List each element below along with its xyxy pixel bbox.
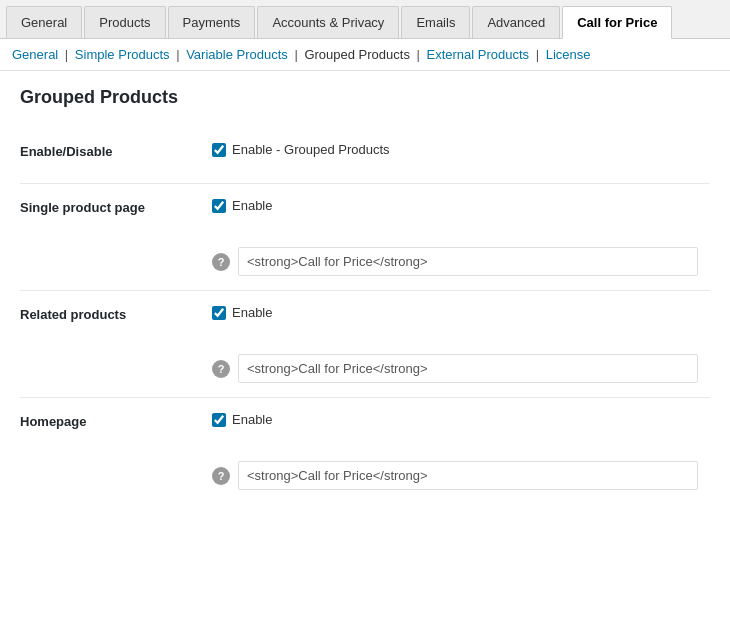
settings-row-related-products: Related productsEnable <box>20 291 710 347</box>
breadcrumb-item-simple-products[interactable]: Simple Products <box>75 47 170 62</box>
breadcrumb-item-variable-products[interactable]: Variable Products <box>186 47 288 62</box>
input-row-related-products: ? <box>20 346 710 398</box>
breadcrumb-item-external-products[interactable]: External Products <box>427 47 530 62</box>
breadcrumb-separator: | <box>413 47 424 62</box>
breadcrumb-item-license[interactable]: License <box>546 47 591 62</box>
tab-emails[interactable]: Emails <box>401 6 470 38</box>
breadcrumb: General | Simple Products | Variable Pro… <box>0 39 730 71</box>
label-single-product-page: Single product page <box>20 184 200 240</box>
breadcrumb-item-general[interactable]: General <box>12 47 58 62</box>
help-icon-single-product-page[interactable]: ? <box>212 253 230 271</box>
label-related-products: Related products <box>20 291 200 347</box>
breadcrumb-separator: | <box>61 47 72 62</box>
control-homepage: Enable <box>200 398 710 454</box>
breadcrumb-separator: | <box>532 47 543 62</box>
checkbox-related-products[interactable] <box>212 306 226 320</box>
empty-label-cell <box>20 453 200 504</box>
help-icon-related-products[interactable]: ? <box>212 360 230 378</box>
tab-accounts-privacy[interactable]: Accounts & Privacy <box>257 6 399 38</box>
label-enable-disable: Enable/Disable <box>20 128 200 184</box>
empty-label-cell <box>20 239 200 291</box>
checkbox-label-related-products: Enable <box>232 305 272 320</box>
tab-general[interactable]: General <box>6 6 82 38</box>
settings-table: Enable/DisableEnable - Grouped ProductsS… <box>20 128 710 504</box>
input-cell-single-product-page: ? <box>200 239 710 291</box>
checkbox-label-enable-disable: Enable - Grouped Products <box>232 142 390 157</box>
checkbox-single-product-page[interactable] <box>212 199 226 213</box>
breadcrumb-separator: | <box>173 47 184 62</box>
empty-label-cell <box>20 346 200 398</box>
checkbox-row-enable-disable: Enable - Grouped Products <box>212 142 698 157</box>
settings-row-single-product-page: Single product pageEnable <box>20 184 710 240</box>
checkbox-row-single-product-page: Enable <box>212 198 698 213</box>
checkbox-label-single-product-page: Enable <box>232 198 272 213</box>
input-cell-homepage: ? <box>200 453 710 504</box>
checkbox-enable-disable[interactable] <box>212 143 226 157</box>
text-input-related-products[interactable] <box>238 354 698 383</box>
breadcrumb-separator: | <box>291 47 302 62</box>
tab-call-for-price[interactable]: Call for Price <box>562 6 672 39</box>
checkbox-label-homepage: Enable <box>232 412 272 427</box>
text-input-homepage[interactable] <box>238 461 698 490</box>
help-icon-homepage[interactable]: ? <box>212 467 230 485</box>
checkbox-row-related-products: Enable <box>212 305 698 320</box>
text-input-single-product-page[interactable] <box>238 247 698 276</box>
tab-products[interactable]: Products <box>84 6 165 38</box>
page-title: Grouped Products <box>20 87 710 108</box>
input-cell-related-products: ? <box>200 346 710 398</box>
control-related-products: Enable <box>200 291 710 347</box>
control-single-product-page: Enable <box>200 184 710 240</box>
tab-payments[interactable]: Payments <box>168 6 256 38</box>
settings-row-homepage: HomepageEnable <box>20 398 710 454</box>
settings-row-enable-disable: Enable/DisableEnable - Grouped Products <box>20 128 710 184</box>
input-row-homepage: ? <box>20 453 710 504</box>
label-homepage: Homepage <box>20 398 200 454</box>
control-enable-disable: Enable - Grouped Products <box>200 128 710 184</box>
content-area: Grouped Products Enable/DisableEnable - … <box>0 71 730 617</box>
breadcrumb-item-grouped-products[interactable]: Grouped Products <box>304 47 410 62</box>
checkbox-row-homepage: Enable <box>212 412 698 427</box>
input-row-single-product-page: ? <box>20 239 710 291</box>
tab-advanced[interactable]: Advanced <box>472 6 560 38</box>
tab-bar: GeneralProductsPaymentsAccounts & Privac… <box>0 0 730 39</box>
checkbox-homepage[interactable] <box>212 413 226 427</box>
